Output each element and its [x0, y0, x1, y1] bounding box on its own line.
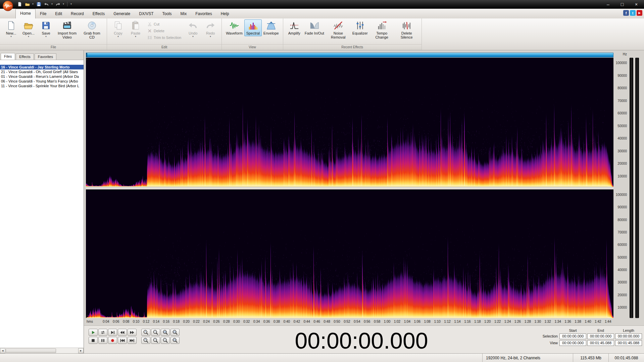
ribbon-button-undo[interactable]: Undo▾ — [184, 19, 202, 39]
sidebar-tab-effects[interactable]: Effects — [16, 53, 34, 60]
ribbon-button-grab-from-cd[interactable]: Grab from CD — [80, 19, 104, 40]
ribbon-button-equalizer[interactable]: Equalizer — [351, 19, 369, 36]
file-list: 16 - Vince Guaraldi - Jay Sterling Morto… — [0, 60, 84, 348]
close-button[interactable]: × — [629, 0, 643, 9]
ribbon-button-label: Import from Video — [56, 31, 78, 39]
ribbon-button-label: Noise Removal — [328, 31, 349, 39]
spectrogram-right-channel[interactable] — [86, 190, 613, 318]
ribbon-button-label: Delete — [154, 29, 164, 33]
timeline-label: 1:30 — [535, 320, 541, 323]
timeline-label: 0:54 — [354, 320, 360, 323]
quick-redo-dropdown-icon[interactable]: ▾ — [62, 3, 65, 5]
tab-file[interactable]: File — [36, 9, 51, 18]
file-list-item[interactable]: 21 - Vince Guaraldi - Oh, Good Grief! (A… — [0, 69, 84, 74]
tab-favorites[interactable]: Favorites — [191, 9, 216, 18]
youtube-icon[interactable]: ▶ — [637, 10, 642, 16]
quick-open-button[interactable] — [24, 1, 31, 7]
play-button[interactable] — [89, 329, 98, 336]
view-end-field[interactable]: 00:01:45.088 — [587, 340, 614, 346]
freq-label: 100000 — [613, 61, 627, 65]
ribbon-button-save[interactable]: Save▾ — [37, 19, 55, 39]
zoom-selection-button[interactable]: ▭ — [170, 329, 180, 336]
channel-divider[interactable] — [86, 187, 613, 190]
ribbon-button-waveform[interactable]: Waveform — [224, 19, 244, 36]
view-length-field[interactable]: 00:01:45.088 — [615, 340, 642, 346]
ribbon-button-noise-removal[interactable]: Noise Removal — [326, 19, 351, 40]
zoom-out-button[interactable]: − — [151, 329, 160, 336]
scroll-right-icon[interactable]: ► — [78, 348, 84, 353]
file-list-item[interactable]: 11 - Vince Guaraldi - Sprinkle Your Bird… — [0, 84, 84, 88]
pause-button[interactable] — [98, 337, 107, 344]
ribbon-button-amplify[interactable]: Amplify — [286, 19, 303, 36]
spectrogram-left-channel[interactable] — [86, 58, 613, 187]
fast-forward-button[interactable] — [128, 329, 137, 336]
sidebar-tab-favorites[interactable]: Favorites — [35, 53, 56, 60]
ribbon-button-spectral[interactable]: Spectral — [244, 19, 262, 36]
maximize-button[interactable]: □ — [615, 0, 629, 9]
zoom-vertical-fit-button[interactable]: ↕ — [161, 337, 170, 344]
tab-help[interactable]: Help — [216, 9, 234, 18]
go-to-start-button[interactable] — [118, 337, 127, 344]
sidebar-tab-files[interactable]: Files — [1, 53, 15, 60]
selection-length-field[interactable]: 00:00:00.000 — [615, 333, 642, 339]
rewind-button[interactable] — [118, 329, 127, 336]
ribbon-button-fade-in-out[interactable]: Fade In/Out — [303, 19, 326, 36]
zoom-vertical-out-button[interactable]: − — [151, 337, 160, 344]
scroll-left-icon[interactable]: ◄ — [0, 348, 5, 353]
zoom-vertical-in-button[interactable]: + — [141, 337, 150, 344]
stop-button[interactable] — [89, 337, 98, 344]
file-overview-bar[interactable] — [86, 53, 613, 57]
minimize-button[interactable]: – — [601, 0, 615, 9]
quick-save-button[interactable] — [35, 1, 42, 7]
ribbon-button-trim-to-selection[interactable]: Trim to Selection — [147, 35, 181, 40]
quick-open-dropdown-icon[interactable]: ▾ — [32, 3, 34, 5]
ribbon-button-open[interactable]: Open...▾ — [20, 19, 37, 39]
facebook-icon[interactable]: f — [623, 10, 629, 16]
quick-undo-dropdown-icon[interactable]: ▾ — [51, 3, 53, 5]
ribbon-button-redo[interactable]: Redo▾ — [202, 19, 219, 39]
record-button[interactable] — [108, 337, 117, 344]
zoom-in-button[interactable]: + — [141, 329, 150, 336]
tab-generate[interactable]: Generate — [109, 9, 135, 18]
timeline[interactable]: hms 0:040:060:080:100:120:140:160:180:20… — [86, 318, 613, 325]
ribbon-button-tempo-change[interactable]: Tempo Change — [369, 19, 394, 40]
selection-start-field[interactable]: 00:00:00.000 — [559, 333, 586, 339]
twitter-icon[interactable]: t — [630, 10, 636, 16]
go-to-end-button[interactable] — [128, 337, 137, 344]
zoom-project-button[interactable]: ▭ — [170, 337, 180, 344]
quick-new-button[interactable] — [16, 1, 23, 7]
ribbon-button-cut[interactable]: Cut — [147, 21, 181, 27]
timeline-label: 0:30 — [233, 320, 240, 323]
ribbon-button-paste[interactable]: Paste▾ — [127, 19, 144, 39]
file-list-item[interactable]: 01 - Vince Guaraldi - Rerun's Lament (Ar… — [0, 74, 84, 79]
tab-home[interactable]: Home — [15, 9, 36, 18]
tab-tools[interactable]: Tools — [158, 9, 176, 18]
view-start-field[interactable]: 00:00:00.000 — [559, 340, 586, 346]
scrollbar-thumb[interactable] — [6, 349, 56, 353]
ribbon-button-label: Undo — [189, 31, 197, 35]
svg-text:−: − — [154, 338, 156, 341]
tab-dx-vst[interactable]: DX/VST — [135, 9, 158, 18]
play-to-end-button[interactable] — [108, 329, 117, 336]
ribbon-button-delete-silence[interactable]: Delete Silence — [394, 19, 419, 40]
file-list-item[interactable]: 16 - Vince Guaraldi - Jay Sterling Morto — [0, 65, 84, 69]
tab-record[interactable]: Record — [66, 9, 88, 18]
sidebar-horizontal-scrollbar[interactable]: ◄ ► — [0, 348, 84, 353]
tab-mix[interactable]: Mix — [176, 9, 191, 18]
cursor-marker-bottom-icon[interactable] — [86, 315, 89, 318]
tab-edit[interactable]: Edit — [51, 9, 66, 18]
loop-button[interactable] — [98, 329, 107, 336]
zoom-full-button[interactable]: 100 — [161, 329, 170, 336]
ribbon-button-copy[interactable]: Copy▾ — [109, 19, 127, 39]
tab-effects[interactable]: Effects — [88, 9, 109, 18]
customize-quick-access-icon[interactable]: ▾ — [70, 3, 72, 5]
ribbon-button-import-from-video[interactable]: Import from Video — [55, 19, 80, 40]
ribbon-button-delete[interactable]: Delete — [147, 28, 181, 34]
quick-redo-button[interactable] — [54, 1, 61, 7]
ribbon-button-new[interactable]: New...▾ — [2, 19, 20, 39]
selection-end-field[interactable]: 00:00:00.000 — [587, 333, 614, 339]
quick-undo-button[interactable] — [43, 1, 50, 7]
ribbon-button-envelope[interactable]: Envelope — [262, 19, 281, 36]
file-list-item[interactable]: 06 - Vince Guaraldi - Young Man's Fancy … — [0, 79, 84, 84]
cursor-marker-top-icon[interactable] — [86, 58, 89, 61]
